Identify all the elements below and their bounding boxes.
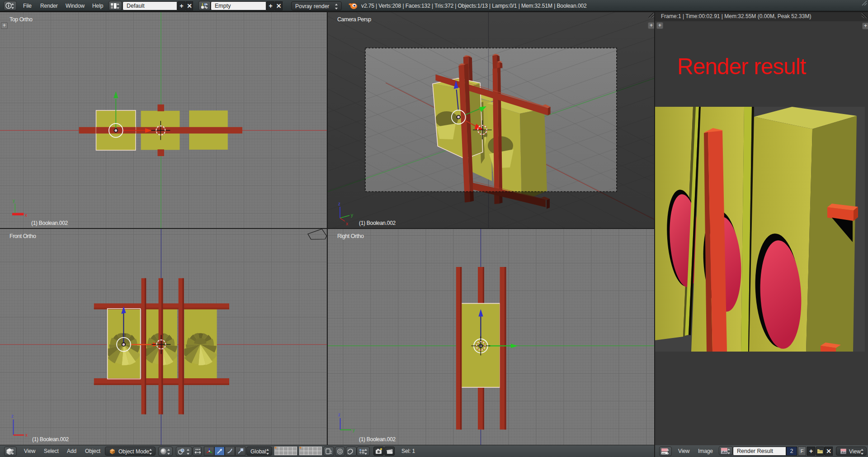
svg-text:z: z bbox=[11, 414, 14, 419]
svg-text:z: z bbox=[338, 201, 340, 206]
svg-text:y: y bbox=[351, 213, 353, 218]
svg-text:x: x bbox=[25, 213, 27, 218]
svg-text:z: z bbox=[338, 412, 340, 417]
svg-text:y: y bbox=[13, 198, 15, 203]
svg-text:y: y bbox=[353, 428, 355, 433]
svg-text:x: x bbox=[25, 433, 28, 438]
svg-text:x: x bbox=[346, 221, 348, 226]
